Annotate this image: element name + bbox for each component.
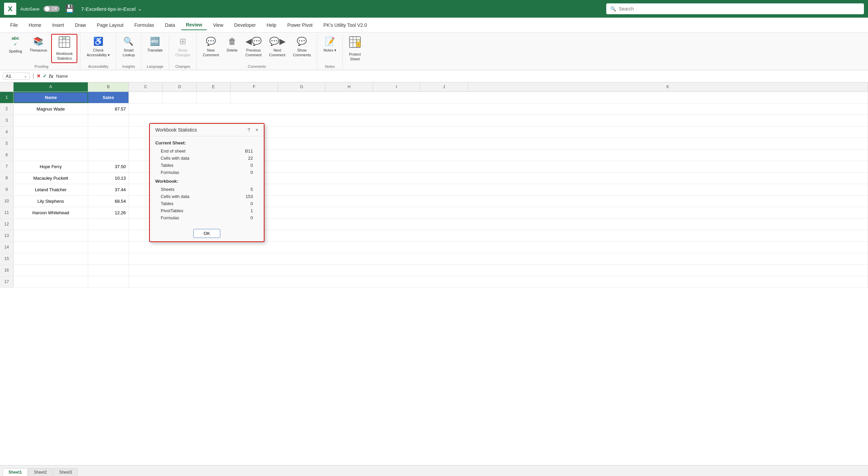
ribbon-group-language-label: Language — [147, 64, 163, 70]
ribbon-btn-next-comment[interactable]: 💬▶ NextComment — [266, 34, 289, 60]
workbook-statistics-dialog: Workbook Statistics ? × Current Sheet: E… — [149, 123, 264, 242]
dialog-footer: OK — [150, 225, 264, 241]
list-item: Tables 0 — [155, 200, 258, 207]
ribbon-group-proofing: abc ✓ Spelling 📚 Thesaurus — [3, 34, 80, 70]
ribbon-group-notes-label: Notes — [325, 64, 335, 70]
list-item: Formulas 0 — [155, 169, 258, 176]
ribbon-btn-spelling[interactable]: abc ✓ Spelling — [5, 34, 25, 56]
menu-item-data[interactable]: Data — [160, 20, 180, 30]
ribbon-group-insights: 🔍 SmartLookup Insights — [116, 34, 141, 70]
ribbon-group-protect: ProtectSheet — [343, 34, 367, 70]
ribbon-btn-smart-lookup[interactable]: 🔍 SmartLookup — [119, 34, 138, 60]
search-bar[interactable]: 🔍 — [606, 3, 864, 14]
dialog-workbook-label: Workbook: — [155, 179, 258, 184]
menu-item-file[interactable]: File — [5, 20, 23, 30]
ribbon-group-accessibility: ♿ CheckAccessibility ▾ Accessibility — [80, 34, 116, 70]
ribbon-group-changes: ⊞ ShowChanges Changes — [169, 34, 197, 70]
dialog-close-button[interactable]: × — [254, 126, 260, 133]
menubar: File Home Insert Draw Page Layout Formul… — [0, 18, 868, 33]
autosave-toggle[interactable]: Off — [43, 6, 60, 12]
ribbon-btn-thesaurus[interactable]: 📚 Thesaurus — [26, 34, 51, 55]
autosave-label: AutoSave — [20, 6, 39, 12]
ribbon-btn-delete-comment[interactable]: 🗑 Delete — [223, 34, 241, 55]
formula-content: Name — [56, 74, 866, 79]
accept-formula-icon[interactable]: ✓ — [43, 73, 47, 79]
ribbon-btn-new-comment[interactable]: 💬 NewComment — [199, 34, 222, 60]
ribbon-btn-protect-sheet[interactable]: ProtectSheet — [346, 34, 364, 64]
insert-function-icon[interactable]: fx — [49, 73, 53, 79]
menu-item-pk-utility[interactable]: PK's Utility Tool V2.0 — [319, 20, 372, 30]
dialog-controls: ? × — [246, 126, 260, 133]
menu-item-home[interactable]: Home — [24, 20, 46, 30]
ribbon-btn-check-accessibility[interactable]: ♿ CheckAccessibility ▾ — [83, 34, 113, 60]
ribbon: abc ✓ Spelling 📚 Thesaurus — [0, 33, 868, 70]
dialog-titlebar: Workbook Statistics ? × — [150, 124, 264, 136]
ribbon-group-language: 🔤 Translate Language — [141, 34, 169, 70]
dialog-title: Workbook Statistics — [155, 127, 197, 133]
excel-logo: X — [4, 3, 16, 15]
menu-item-review[interactable]: Review — [181, 20, 207, 30]
search-icon: 🔍 — [610, 6, 616, 12]
menu-item-view[interactable]: View — [208, 20, 228, 30]
cancel-formula-icon[interactable]: ✕ — [37, 73, 41, 79]
menu-item-insert[interactable]: Insert — [47, 20, 69, 30]
svg-text:123: 123 — [62, 37, 66, 39]
save-icon[interactable]: 💾 — [65, 4, 74, 13]
menu-item-draw[interactable]: Draw — [70, 20, 91, 30]
menu-item-developer[interactable]: Developer — [230, 20, 261, 30]
ribbon-group-notes: 📝 Notes ▾ Notes — [317, 34, 343, 70]
menu-item-help[interactable]: Help — [262, 20, 281, 30]
ribbon-group-insights-label: Insights — [122, 64, 135, 70]
ribbon-group-proofing-label: Proofing — [35, 64, 48, 70]
ribbon-btn-show-comments[interactable]: 💬 ShowComments — [290, 34, 314, 60]
ribbon-group-accessibility-label: Accessibility — [88, 64, 108, 70]
ribbon-group-changes-label: Changes — [175, 64, 190, 70]
search-input[interactable] — [619, 6, 860, 12]
list-item: End of sheet B11 — [155, 147, 258, 155]
main-area: A B C D E F G H I J K 1 Name Sales — [0, 82, 868, 476]
dialog-ok-button[interactable]: OK — [193, 229, 220, 238]
dialog-body: Current Sheet: End of sheet B11 Cells wi… — [150, 136, 264, 225]
list-item: Tables 0 — [155, 162, 258, 169]
ribbon-btn-show-changes: ⊞ ShowChanges — [172, 34, 194, 60]
dialog-overlay: Workbook Statistics ? × Current Sheet: E… — [0, 82, 868, 476]
filename[interactable]: 7-Excellent-tips-in-Excel ⌄ — [81, 6, 142, 12]
menu-item-formulas[interactable]: Formulas — [130, 20, 159, 30]
ribbon-btn-previous-comment[interactable]: ◀💬 PreviousComment — [242, 34, 265, 60]
formula-icons: ✕ ✓ fx — [37, 73, 53, 79]
menu-item-page-layout[interactable]: Page Layout — [92, 20, 129, 30]
dialog-current-sheet-label: Current Sheet: — [155, 140, 258, 145]
ribbon-group-comments: 💬 NewComment 🗑 Delete ◀💬 PreviousComment… — [197, 34, 317, 70]
cell-reference[interactable]: A1 ⌄ — [3, 73, 30, 80]
list-item: Cells with data 153 — [155, 193, 258, 200]
list-item: Formulas 0 — [155, 214, 258, 221]
ribbon-btn-workbook-stats[interactable]: 123 Workbook Statistics — [51, 34, 77, 63]
formula-bar: A1 ⌄ | ✕ ✓ fx Name — [0, 70, 868, 82]
menu-item-power-pivot[interactable]: Power Pivot — [282, 20, 317, 30]
list-item: PivotTables 1 — [155, 207, 258, 214]
ribbon-group-comments-label: Comments — [248, 64, 266, 70]
titlebar: X AutoSave Off 💾 7-Excellent-tips-in-Exc… — [0, 0, 868, 18]
list-item: Cells with data 22 — [155, 155, 258, 162]
dialog-help-button[interactable]: ? — [246, 126, 252, 133]
ribbon-btn-translate[interactable]: 🔤 Translate — [144, 34, 166, 55]
ribbon-btn-notes[interactable]: 📝 Notes ▾ — [320, 34, 340, 55]
svg-rect-12 — [358, 44, 359, 45]
formula-divider: | — [33, 73, 34, 79]
list-item: Sheets 5 — [155, 186, 258, 193]
